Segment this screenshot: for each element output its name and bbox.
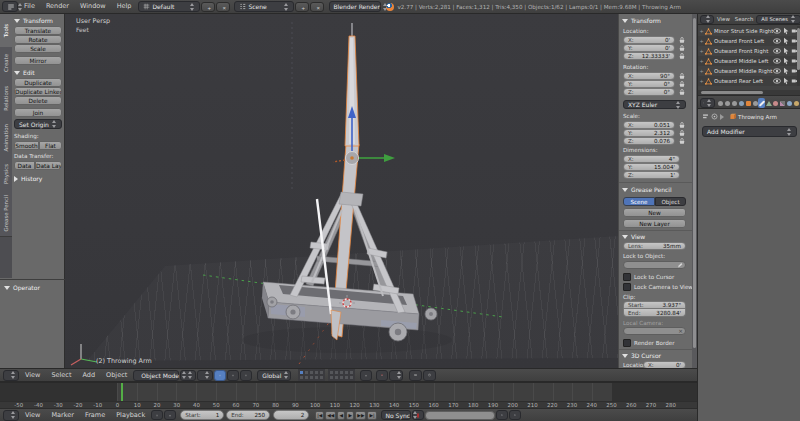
outliner-item[interactable]: +Outward Rear Left — [698, 76, 800, 86]
expand-icon[interactable]: + — [698, 68, 705, 74]
outliner-item-label[interactable]: Outward Rear Left — [714, 78, 773, 84]
data-button[interactable]: Data — [14, 161, 35, 170]
rotation-mode-dropdown[interactable]: XYZ Euler — [623, 100, 686, 109]
transform-panel-header[interactable]: Transform — [14, 17, 53, 24]
current-frame-field[interactable]: 2 — [273, 410, 309, 420]
rotation-z-field[interactable]: Z:0° — [623, 88, 675, 96]
join-button[interactable]: Join — [14, 108, 62, 117]
render-engine-dropdown[interactable]: Blender Render — [329, 1, 381, 12]
menu-view[interactable]: View — [20, 409, 45, 421]
menu-marker[interactable]: Marker — [46, 409, 78, 421]
properties-tab-particles-icon[interactable] — [786, 98, 793, 108]
render-border-checkbox[interactable] — [623, 339, 631, 347]
lock-camera-checkbox[interactable] — [623, 283, 631, 291]
lock-icon[interactable] — [678, 121, 686, 129]
fast-forward-button[interactable]: ▶▶ — [355, 411, 366, 420]
scale-button[interactable]: Scale — [14, 44, 62, 53]
operator-panel-header[interactable]: Operator — [4, 284, 40, 291]
scale-x-field[interactable]: X:0.051 — [623, 121, 675, 129]
outliner-item-label[interactable]: Minor Strut Side Right — [714, 28, 773, 34]
lock-icon[interactable] — [678, 72, 686, 80]
current-frame-playhead[interactable] — [121, 383, 123, 401]
outliner-item[interactable]: +Outward Middle Right — [698, 66, 800, 76]
menu-window[interactable]: Window — [75, 0, 111, 13]
selectability-pointer-icon[interactable] — [782, 77, 790, 85]
expand-icon[interactable]: + — [698, 78, 705, 84]
menu-search[interactable]: Search — [733, 13, 756, 26]
editor-type-timeline-icon[interactable] — [3, 410, 19, 421]
remove-layout-button[interactable]: × — [216, 2, 230, 12]
shelf-tab-tools[interactable]: Tools — [0, 14, 12, 48]
dimensions-x-field[interactable]: X:4" — [623, 155, 680, 163]
edit-panel-header[interactable]: Edit — [14, 69, 35, 76]
manipulator-rotate-button[interactable] — [227, 370, 239, 381]
view-panel-header[interactable]: View — [622, 233, 645, 240]
viewport-3d[interactable]: User Persp Feet (2) Throwing Arm — [65, 14, 618, 368]
menu-render[interactable]: Render — [41, 0, 74, 13]
location-x-field[interactable]: X:0' — [623, 36, 675, 44]
outliner-item-label[interactable]: Outward Middle Left — [714, 58, 773, 64]
mirror-button[interactable]: Mirror — [14, 56, 62, 65]
selectability-pointer-icon[interactable] — [782, 47, 790, 55]
duplicate-linked-button[interactable]: Duplicate Linked — [14, 87, 62, 96]
opengl-render-button[interactable] — [409, 370, 422, 381]
lock-to-object-field[interactable] — [623, 261, 686, 269]
selectability-pointer-icon[interactable] — [782, 67, 790, 75]
shade-smooth-button[interactable]: Smooth — [14, 141, 39, 150]
timeline-ruler[interactable]: -50-40-30-20-100102030405060708090100110… — [0, 401, 697, 408]
visibility-eye-icon[interactable] — [773, 57, 781, 65]
outliner-item[interactable]: +Outward Middle Left — [698, 56, 800, 66]
visibility-eye-icon[interactable] — [773, 77, 781, 85]
expand-icon[interactable]: + — [698, 48, 705, 54]
delete-keyframe-button[interactable] — [509, 410, 521, 420]
rotation-y-field[interactable]: Y:0° — [623, 80, 675, 88]
menu-select[interactable]: Select — [46, 369, 76, 382]
clip-start-field[interactable]: Start:3.937" — [623, 301, 686, 309]
menu-help[interactable]: Help — [112, 0, 137, 13]
dimensions-z-field[interactable]: Z:1' — [623, 171, 680, 179]
set-origin-dropdown[interactable]: Set Origin — [14, 119, 62, 129]
menu-playback[interactable]: Playback — [111, 409, 150, 421]
layers-widget-group-2[interactable] — [328, 369, 355, 381]
menu-view[interactable]: View — [715, 13, 732, 26]
scale-z-field[interactable]: Z:0.076 — [623, 137, 675, 145]
eyedropper-icon[interactable] — [676, 262, 683, 269]
rewind-button[interactable]: ◀◀ — [325, 411, 336, 420]
properties-tab-render-layers-icon[interactable] — [724, 98, 731, 108]
end-frame-field[interactable]: End:250 — [226, 410, 270, 420]
lock-to-cursor-row[interactable]: Lock to Cursor — [623, 273, 674, 281]
use-preview-range-button[interactable] — [151, 410, 163, 420]
render-border-row[interactable]: Render Border — [623, 339, 674, 347]
visibility-eye-icon[interactable] — [773, 47, 781, 55]
add-layout-button[interactable]: + — [201, 2, 215, 12]
layer-toggle[interactable] — [349, 375, 354, 380]
transform-panel-header[interactable]: Transform — [622, 17, 661, 24]
pin-icon[interactable] — [711, 113, 718, 120]
timeline-track-area[interactable] — [0, 383, 697, 401]
snap-magnet-button[interactable] — [376, 370, 388, 381]
scene-dropdown[interactable]: Scene — [234, 1, 294, 12]
outliner-item[interactable]: +Outward Front Right — [698, 46, 800, 56]
transform-gizmo[interactable] — [333, 106, 395, 165]
sync-mode-dropdown[interactable]: No Sync — [381, 410, 411, 420]
jump-to-start-button[interactable]: |◀ — [315, 411, 324, 420]
history-panel-header[interactable]: History — [14, 175, 42, 182]
lock-camera-row[interactable]: Lock Camera to View — [623, 283, 693, 291]
data-layout-button[interactable]: Data Layout — [35, 161, 62, 170]
play-reverse-button[interactable]: ◀ — [337, 411, 345, 420]
add-modifier-dropdown[interactable]: Add Modifier — [702, 126, 797, 137]
editor-type-outliner-icon[interactable] — [700, 15, 714, 24]
shelf-tab-animation[interactable]: Animation — [0, 118, 12, 159]
clip-end-field[interactable]: End:3280.84' — [623, 309, 686, 317]
scale-y-field[interactable]: Y:2.312 — [623, 129, 675, 137]
jump-to-end-button[interactable]: ▶| — [367, 411, 376, 420]
menu-add[interactable]: Add — [78, 369, 101, 382]
location-y-field[interactable]: Y:0' — [623, 44, 675, 52]
editor-type-info-icon[interactable] — [2, 1, 18, 12]
snap-element-dropdown[interactable] — [389, 370, 403, 381]
lock-icon[interactable] — [678, 129, 686, 137]
translate-button[interactable]: Translate — [14, 26, 62, 35]
shelf-tab-physics[interactable]: Physics — [0, 158, 12, 191]
new-layer-button[interactable]: New Layer — [623, 219, 686, 228]
shade-flat-button[interactable]: Flat — [39, 141, 62, 150]
